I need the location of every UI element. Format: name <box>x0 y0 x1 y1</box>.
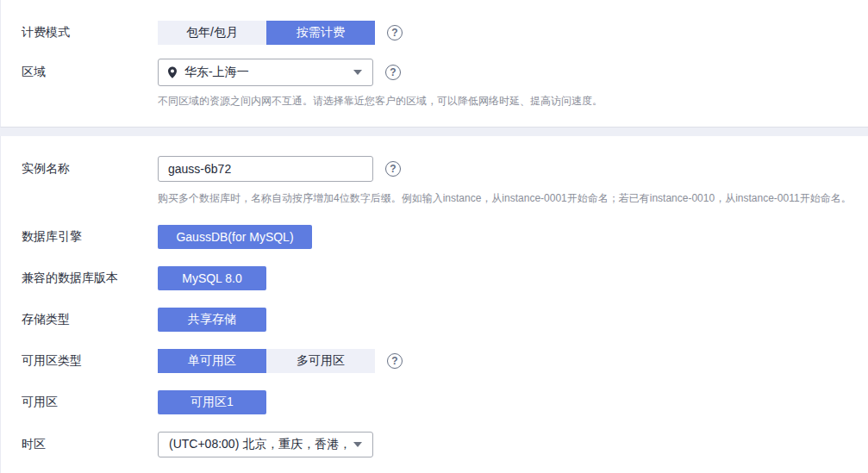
az-type-label: 可用区类型 <box>22 353 158 369</box>
billing-option-pay-per-use[interactable]: 按需计费 <box>266 21 375 45</box>
timezone-selected-value: (UTC+08:00) 北京，重庆，香港，乌... <box>159 437 347 452</box>
instance-name-hint-text: 购买多个数据库时，名称自动按序增加4位数字后缀。例如输入instance，从in… <box>158 192 868 204</box>
az-type-help-icon[interactable]: ? <box>387 353 403 369</box>
az-label: 可用区 <box>22 395 158 410</box>
billing-mode-help-icon[interactable]: ? <box>387 25 403 40</box>
billing-mode-segmented: 包年/包月 按需计费 <box>158 21 375 45</box>
row-db-engine: 数据库引擎 GaussDB(for MySQL) <box>22 225 868 249</box>
timezone-caret-down-icon <box>353 442 362 447</box>
instance-name-input[interactable] <box>158 156 373 182</box>
timezone-label: 时区 <box>22 437 158 452</box>
db-version-label: 兼容的数据库版本 <box>22 271 158 286</box>
row-billing-mode: 计费模式 包年/包月 按需计费 ? <box>22 21 868 45</box>
az-type-segmented: 单可用区 多可用区 <box>158 349 375 373</box>
az-type-option-single[interactable]: 单可用区 <box>158 349 266 373</box>
instance-name-label: 实例名称 <box>22 161 158 177</box>
billing-mode-label: 计费模式 <box>22 25 158 40</box>
region-selected-value: 华东-上海一 <box>184 65 347 80</box>
db-version-option-mysql80[interactable]: MySQL 8.0 <box>158 266 266 290</box>
billing-option-yearly-monthly[interactable]: 包年/包月 <box>158 21 266 45</box>
row-az-type: 可用区类型 单可用区 多可用区 ? <box>22 349 868 373</box>
location-pin-icon <box>167 66 178 78</box>
storage-type-label: 存储类型 <box>22 312 158 327</box>
az-type-option-multi[interactable]: 多可用区 <box>266 349 375 373</box>
row-region: 区域 华东-上海一 ? <box>22 59 868 86</box>
region-hint-text: 不同区域的资源之间内网不互通。请选择靠近您客户的区域，可以降低网络时延、提高访问… <box>158 95 868 107</box>
row-timezone: 时区 (UTC+08:00) 北京，重庆，香港，乌... <box>22 432 868 457</box>
db-engine-label: 数据库引擎 <box>22 229 158 245</box>
row-storage-type: 存储类型 共享存储 <box>22 308 868 332</box>
az-option-az1[interactable]: 可用区1 <box>158 390 266 414</box>
row-instance-name: 实例名称 ? <box>22 156 868 182</box>
storage-type-option-shared[interactable]: 共享存储 <box>158 308 266 332</box>
section-instance-settings: 实例名称 ? 购买多个数据库时，名称自动按序增加4位数字后缀。例如输入insta… <box>0 136 868 473</box>
row-db-version: 兼容的数据库版本 MySQL 8.0 <box>22 266 868 290</box>
region-label: 区域 <box>22 65 158 80</box>
row-az: 可用区 可用区1 <box>22 390 868 414</box>
region-select[interactable]: 华东-上海一 <box>158 59 373 86</box>
instance-name-help-icon[interactable]: ? <box>385 161 401 177</box>
region-help-icon[interactable]: ? <box>385 65 401 80</box>
db-engine-option-gaussdb[interactable]: GaussDB(for MySQL) <box>158 225 312 249</box>
section-billing-region: 计费模式 包年/包月 按需计费 ? 区域 华东-上海一 ? 不同区域的资源之间内… <box>0 0 868 128</box>
gaussdb-purchase-form: 计费模式 包年/包月 按需计费 ? 区域 华东-上海一 ? 不同区域的资源之间内… <box>0 0 868 473</box>
region-caret-down-icon <box>353 70 362 75</box>
timezone-select[interactable]: (UTC+08:00) 北京，重庆，香港，乌... <box>158 432 373 457</box>
